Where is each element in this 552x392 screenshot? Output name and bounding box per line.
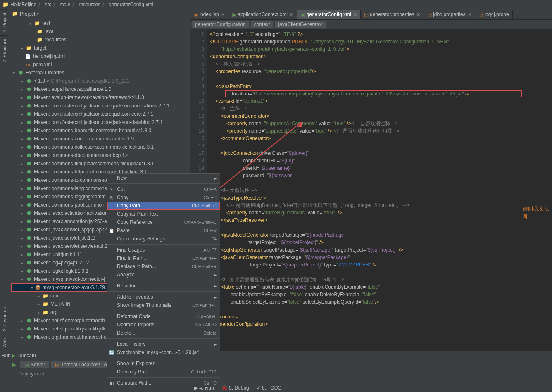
- left-tool-rail: 1: Project 7: Structure 2: Favorites Web: [0, 9, 8, 351]
- close-icon[interactable]: ×: [290, 11, 293, 18]
- tree-item[interactable]: ▸⬢Maven: commons-collections:commons-col…: [8, 143, 190, 151]
- menu-find-in-path[interactable]: Find in Path...Ctrl+Shift+F: [107, 254, 220, 262]
- menu-add-favorites[interactable]: Add to Favorites▸: [107, 293, 220, 301]
- tree-item[interactable]: ▸⬢Maven: commons-codec:commons-codec:1.9: [8, 135, 190, 143]
- menu-copy-plain[interactable]: Copy as Plain Text: [107, 210, 220, 218]
- menu-compare[interactable]: ◧Compare With...Ctrl+D: [107, 379, 220, 387]
- rail-web[interactable]: Web: [0, 335, 8, 351]
- menu-copy[interactable]: ⎘CopyCtrl+C: [107, 193, 220, 202]
- tab-index[interactable]: ▣ index.jsp×: [190, 10, 228, 19]
- run-button[interactable]: ▶: [10, 361, 19, 368]
- menu-copy-path[interactable]: Copy PathCtrl+Shift+C: [107, 202, 220, 210]
- project-icon: 📁: [12, 11, 18, 17]
- tree-item[interactable]: ▾📁test: [8, 19, 190, 27]
- tree-item[interactable]: 📁java: [8, 27, 190, 36]
- tree-item[interactable]: ▸⬢Maven: com.fasterxml.jackson.core:jack…: [8, 110, 190, 118]
- menu-open-lib-settings[interactable]: Open Library SettingsF4: [107, 235, 220, 243]
- close-icon[interactable]: ×: [468, 11, 471, 18]
- tree-item[interactable]: ▸⬢Maven: avalon-framework:avalon-framewo…: [8, 93, 190, 102]
- editor-breadcrumb: generatorConfiguration context javaClien…: [190, 20, 552, 29]
- rail-project[interactable]: 1: Project: [0, 9, 8, 35]
- watermark: 请叫我头头哥: [523, 205, 552, 220]
- sync-icon: 🔄: [109, 349, 114, 355]
- close-icon[interactable]: ×: [417, 11, 420, 18]
- deployment-label[interactable]: Deployment: [0, 369, 552, 378]
- copy-icon: ⎘: [109, 195, 114, 200]
- menu-show-thumbs[interactable]: Show Image ThumbnailsCtrl+Shift+T: [107, 301, 220, 309]
- tab-log4j[interactable]: ▤ log4j.prope: [475, 10, 513, 19]
- code-content[interactable]: 请叫我头头哥 <?xml version="1.0" encoding="UTF…: [207, 29, 552, 351]
- tab-server[interactable]: ▤Server: [20, 361, 49, 368]
- menu-replace-in-path[interactable]: Replace in Path...Ctrl+Shift+R: [107, 262, 220, 271]
- menu-local-history[interactable]: Local History▸: [107, 340, 220, 348]
- tab-tomcat-log[interactable]: ▤Tomcat Localhost Log: [51, 361, 114, 368]
- cut-icon: ✂: [109, 186, 114, 192]
- menu-cut[interactable]: ✂CutCtrl+X: [107, 185, 220, 193]
- tree-item[interactable]: 📁resources: [8, 36, 190, 44]
- tree-item[interactable]: ▸⬢Maven: aopalliance:aopalliance:1.0: [8, 85, 190, 93]
- editor-tabs: ▣ index.jsp× ▣ applicationContext.xml× ▣…: [190, 9, 552, 20]
- tree-item[interactable]: ▸⬢Maven: commons-dbcp:commons-dbcp:1.4: [8, 151, 190, 159]
- menu-find-usages[interactable]: Find UsagesAlt+F7: [107, 246, 220, 254]
- tab-generatorconfig[interactable]: ▣ generatorConfig.xml×: [297, 10, 361, 19]
- editor-area: ▣ index.jsp× ▣ applicationContext.xml× ▣…: [190, 9, 552, 351]
- close-icon[interactable]: ×: [221, 11, 225, 18]
- rail-favorites[interactable]: 2: Favorites: [0, 304, 8, 334]
- status-bar: ▶ 4: Run 🐞 5: Debug ✓ 6: TODO: [0, 383, 552, 392]
- menu-reformat[interactable]: Reformat CodeCtrl+Alt+L: [107, 312, 220, 321]
- compare-icon: ◧: [109, 380, 114, 386]
- tree-item[interactable]: mpom.xml: [8, 60, 190, 69]
- tree-item-external-libs[interactable]: ▾⬢External Libraries: [8, 69, 190, 77]
- tree-item[interactable]: ▸📁target: [8, 44, 190, 52]
- context-menu: New▸ ✂CutCtrl+X ⎘CopyCtrl+C Copy PathCtr…: [107, 173, 220, 387]
- menu-opt-imports[interactable]: Optimize ImportsCtrl+Alt+O: [107, 321, 220, 329]
- menu-refactor[interactable]: Refactor▸: [107, 282, 220, 290]
- tab-jdbc[interactable]: ▤ jdbc.properties×: [424, 10, 475, 19]
- tab-appcontext[interactable]: ▣ applicationContext.xml×: [228, 10, 297, 19]
- rail-structure[interactable]: 7: Structure: [0, 35, 8, 66]
- tree-item[interactable]: 📄hellobeijing.iml: [8, 52, 190, 60]
- menu-paste[interactable]: 📋PasteCtrl+V: [107, 226, 220, 235]
- menu-synchronize[interactable]: 🔄Synchronize 'mysql-conn...-5.1.29.jar': [107, 348, 220, 356]
- tree-item-mysql-jar[interactable]: ▾📦mysql-connector-java-5.1.29.j: [11, 283, 107, 292]
- menu-analyze[interactable]: Analyze▸: [107, 271, 220, 279]
- close-icon[interactable]: ×: [354, 11, 357, 18]
- paste-icon: 📋: [109, 228, 114, 233]
- folder-icon: 📁: [2, 2, 9, 7]
- tree-item[interactable]: ▸⬢< 1.8 > C:\Program Files\Java\jdk1.8.0…: [8, 77, 190, 85]
- panel-title: Project: [20, 11, 35, 17]
- tree-item[interactable]: ▸⬢Maven: com.fasterxml.jackson.core:jack…: [8, 118, 190, 126]
- menu-dir-path[interactable]: Directory PathCtrl+Alt+F12: [107, 368, 220, 376]
- code-editor[interactable]: 12345678910111213141516171819 请叫我头头哥 <?x…: [190, 29, 552, 351]
- tree-item[interactable]: ▸⬢Maven: com.fasterxml.jackson.core:jack…: [8, 102, 190, 110]
- tree-item[interactable]: ▸⬢Maven: commons-beanutils:commons-beanu…: [8, 126, 190, 135]
- tree-item[interactable]: ▸⬢Maven: commons-fileupload:commons-file…: [8, 159, 190, 168]
- tab-genprops[interactable]: ▤ generator.properties×: [361, 10, 424, 19]
- menu-copy-ref[interactable]: Copy ReferenceCtrl+Alt+Shift+C: [107, 218, 220, 226]
- breadcrumb-bar: 📁 HelloBeijing〉 src〉 main〉 resources〉 ge…: [0, 0, 552, 9]
- menu-show-explorer[interactable]: Show in Explorer: [107, 359, 220, 368]
- bottom-panel: Run ▶ Tomcat9 ▶ ▤Server ▤Tomcat Localhos…: [0, 351, 552, 383]
- menu-delete[interactable]: Delete...Delete: [107, 329, 220, 337]
- menu-new[interactable]: New▸: [107, 174, 220, 182]
